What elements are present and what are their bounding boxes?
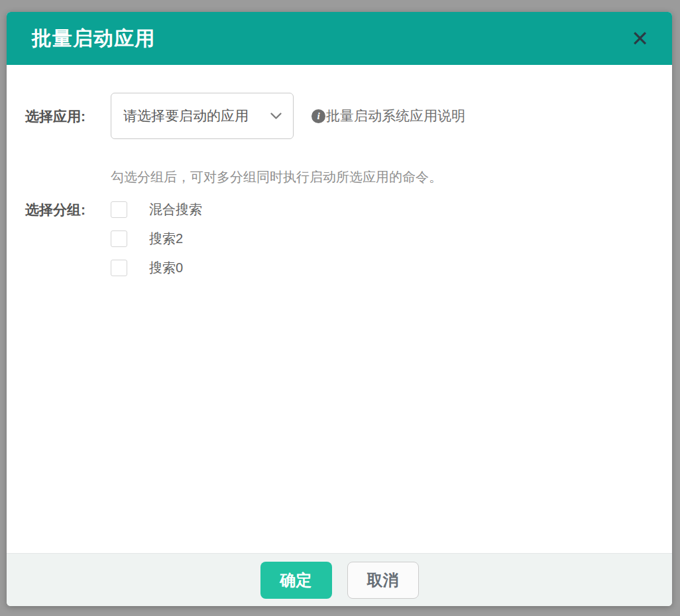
group-checkbox[interactable]: [111, 260, 127, 276]
batch-start-app-dialog: 批量启动应用 × 选择应用: 请选择要启动的应用 i 批量启动系统应用说明 勾选…: [7, 12, 672, 606]
confirm-button[interactable]: 确定: [260, 562, 332, 599]
group-hint-row: 勾选分组后，可对多分组同时执行启动所选应用的命令。: [25, 167, 652, 187]
batch-start-help-link[interactable]: i 批量启动系统应用说明: [312, 107, 465, 125]
group-checkbox-list: 混合搜索 搜索2 搜索0: [111, 201, 202, 289]
group-item[interactable]: 搜索0: [111, 260, 202, 276]
dialog-body: 选择应用: 请选择要启动的应用 i 批量启动系统应用说明 勾选分组后，可对多分组…: [7, 65, 672, 553]
group-checkbox[interactable]: [111, 231, 127, 247]
group-checkbox[interactable]: [111, 201, 127, 218]
app-select-dropdown[interactable]: 请选择要启动的应用: [111, 93, 294, 139]
hint-spacer: [25, 167, 111, 187]
close-icon[interactable]: ×: [632, 25, 648, 52]
select-app-row: 选择应用: 请选择要启动的应用 i 批量启动系统应用说明: [25, 93, 652, 139]
select-group-row: 选择分组: 混合搜索 搜索2 搜索0: [25, 201, 652, 289]
group-item-label: 混合搜索: [149, 201, 202, 218]
dialog-title: 批量启动应用: [32, 25, 155, 52]
select-group-label: 选择分组:: [25, 201, 111, 289]
chevron-down-icon: [270, 112, 282, 120]
group-hint-text: 勾选分组后，可对多分组同时执行启动所选应用的命令。: [111, 167, 442, 187]
group-item-label: 搜索0: [149, 260, 183, 276]
select-app-label: 选择应用:: [25, 106, 111, 126]
dialog-footer: 确定 取消: [7, 553, 672, 606]
dialog-header: 批量启动应用 ×: [7, 12, 672, 65]
help-link-label: 批量启动系统应用说明: [326, 107, 465, 125]
group-item[interactable]: 混合搜索: [111, 201, 202, 218]
cancel-button[interactable]: 取消: [347, 562, 419, 599]
group-item-label: 搜索2: [149, 231, 183, 247]
app-select-value: 请选择要启动的应用: [123, 107, 249, 125]
group-item[interactable]: 搜索2: [111, 231, 202, 247]
info-circle-icon: i: [312, 109, 325, 123]
